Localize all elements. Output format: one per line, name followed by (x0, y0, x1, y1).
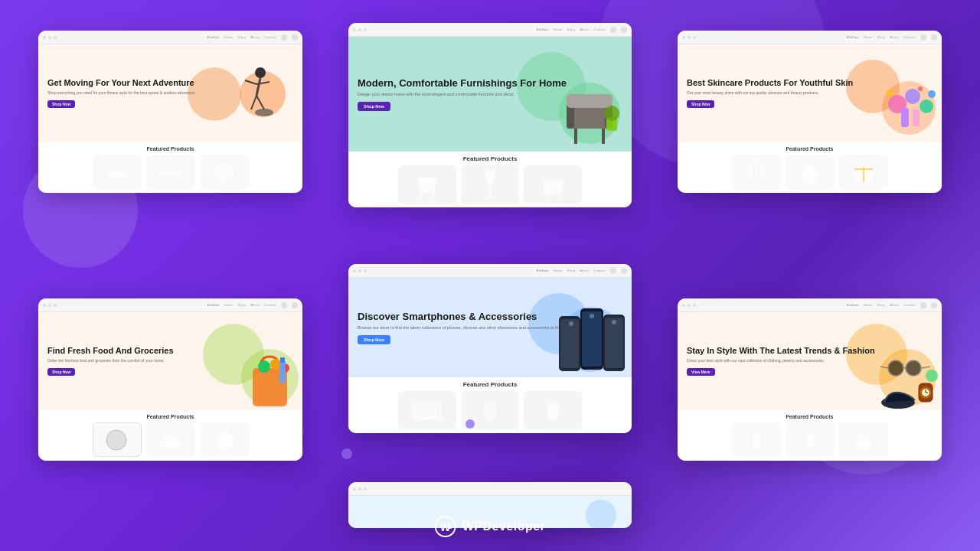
fashion-nav-shop: Shop (877, 303, 886, 307)
smartphones-product-3 (524, 391, 582, 429)
groceries-cta[interactable]: Shop Now (47, 368, 75, 376)
svg-point-38 (918, 86, 923, 91)
laptop-icon (410, 399, 445, 422)
svg-point-68 (569, 321, 573, 326)
cards-grid: EleKart Home Shop About Contact Get Movi… (38, 23, 942, 528)
fashion-cta[interactable]: View More (687, 368, 715, 376)
lemon-icon (214, 428, 235, 452)
svg-rect-45 (803, 169, 817, 183)
grocery-svg (237, 345, 302, 410)
svg-rect-67 (605, 318, 623, 368)
groceries-content: Find Fresh Food And Groceries Order the … (38, 312, 302, 461)
dumbbell-icon (157, 165, 184, 180)
smartphones-nav: EleKart Home Shop About Contact (537, 268, 627, 274)
svg-point-47 (805, 165, 815, 168)
smartphones-nav-about: About (580, 269, 589, 272)
skincare-content: Best Skincare Products For Youthful Skin… (678, 44, 942, 193)
fashion-nav-home: Home (864, 303, 873, 307)
svg-rect-9 (178, 170, 182, 176)
fashion-svg (877, 345, 942, 410)
svg-point-32 (905, 89, 920, 104)
chrome-dot (688, 304, 691, 307)
fashion-nav-about: About (890, 303, 899, 307)
smartphones-products-grid (356, 391, 624, 429)
gift-icon (852, 161, 875, 184)
svg-point-96 (753, 437, 760, 445)
smartwatch-icon (541, 399, 564, 422)
furniture-content: Modern, Comfortable Furnishings For Home… (348, 37, 632, 207)
svg-rect-79 (549, 416, 557, 420)
card-smartphones-chrome: EleKart Home Shop About Contact (348, 264, 632, 278)
groceries-nav-about: About (250, 303, 260, 307)
skincare-logo: EleKart (847, 35, 859, 39)
card-sports: EleKart Home Shop About Contact Get Movi… (38, 31, 302, 193)
svg-rect-16 (567, 94, 612, 108)
sports-cta[interactable]: Shop Now (47, 100, 75, 108)
svg-point-83 (888, 360, 903, 376)
fashion-products: Featured Products (678, 410, 942, 461)
mouse-icon (478, 399, 502, 422)
furniture-hero: Modern, Comfortable Furnishings For Home… (348, 37, 632, 152)
svg-point-76 (488, 406, 492, 409)
svg-point-6 (255, 109, 273, 116)
sports-subtitle: Shop everything you need for your fitnes… (47, 90, 243, 96)
svg-point-94 (926, 370, 938, 382)
skincare-svg (882, 77, 939, 139)
groceries-product-2 (146, 422, 195, 457)
skincare-cta[interactable]: Shop Now (687, 100, 714, 108)
card-extra-chrome (348, 482, 632, 496)
groceries-nav-search (292, 302, 298, 308)
svg-point-36 (887, 90, 893, 96)
fashion-hero-image (877, 345, 938, 410)
svg-line-1 (256, 78, 260, 96)
smartphones-cta[interactable]: Shop Now (358, 335, 390, 344)
bread-icon (156, 429, 185, 451)
fashion-content: Stay In Style With The Latest Trends & F… (678, 312, 942, 461)
smartphones-logo: EleKart (537, 269, 549, 272)
brand-name: WPDeveloper (462, 520, 546, 533)
skincare-hero: Best Skincare Products For Youthful Skin… (678, 44, 942, 142)
svg-rect-97 (753, 432, 760, 435)
sports-nav-shop: Shop (238, 35, 247, 39)
groceries-nav-shop: Shop (238, 303, 247, 307)
svg-text:P: P (448, 524, 453, 533)
furniture-product-3 (524, 165, 582, 204)
groceries-nav-contact: Contact (264, 303, 276, 307)
chrome-dot (48, 36, 51, 39)
svg-point-61 (216, 432, 233, 450)
groceries-products: Featured Products (38, 410, 302, 461)
furniture-nav-search (621, 27, 627, 33)
svg-point-84 (906, 360, 921, 376)
plate-icon (103, 429, 130, 452)
sports-logo: EleKart (207, 35, 220, 39)
svg-rect-65 (582, 311, 602, 367)
furniture-nav-shop: Shop (567, 28, 576, 31)
furniture-cta[interactable]: Shop Now (358, 102, 390, 111)
watch-brown-icon (799, 429, 822, 452)
groceries-hero: Find Fresh Food And Groceries Order the … (38, 312, 302, 410)
skincare-nav: EleKart Home Shop About Contact (847, 34, 937, 41)
furniture-hero-image (559, 79, 620, 148)
svg-rect-57 (280, 357, 285, 363)
smartphones-nav-icon (610, 268, 616, 274)
card-fashion: EleKart Home Shop About Contact Stay In … (678, 298, 942, 461)
sports-nav: EleKart Home Shop About Contact (207, 34, 298, 41)
chrome-dot (358, 28, 361, 31)
furniture-products-grid (356, 165, 624, 204)
svg-point-44 (760, 162, 764, 168)
bag-icon (851, 429, 876, 452)
furniture-nav-icon (610, 27, 616, 33)
phone-svg (555, 301, 628, 377)
svg-line-5 (256, 96, 264, 109)
skincare-product-1 (732, 155, 781, 189)
sports-product-3 (200, 155, 249, 189)
svg-rect-63 (560, 319, 579, 368)
chrome-dot (353, 269, 356, 272)
sports-product-2 (146, 155, 195, 189)
sports-nav-search (292, 34, 298, 41)
chrome-dot (364, 487, 367, 491)
svg-point-100 (806, 437, 814, 445)
svg-rect-35 (913, 109, 920, 126)
smartphones-products: Featured Products (348, 377, 632, 433)
watch-dark-icon (745, 429, 768, 452)
